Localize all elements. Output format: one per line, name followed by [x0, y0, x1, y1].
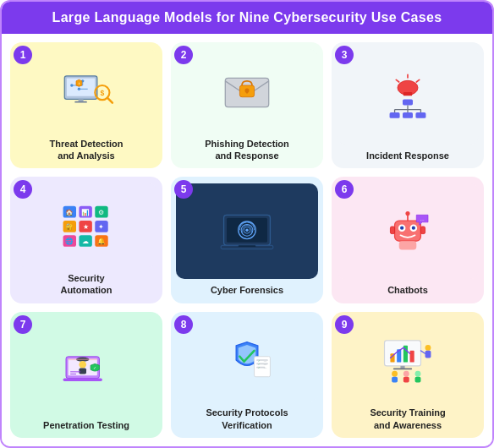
card-4-inner: 🏠 📊 ⚙ 🔐 ★ ✦ 🌐 ☁ 🔔 [15, 183, 157, 267]
card-6: 6 [332, 177, 484, 303]
svg-text:★: ★ [83, 223, 89, 231]
svg-rect-97 [393, 368, 412, 369]
svg-line-106 [420, 351, 425, 353]
svg-point-64 [405, 211, 409, 216]
svg-rect-105 [425, 351, 431, 358]
badge-9: 9 [335, 315, 354, 334]
security-automation-icon: 🏠 📊 ⚙ 🔐 ★ ✦ 🌐 ☁ 🔔 [57, 200, 116, 251]
card-8: 8 ✓ ✓ ✓ — — [171, 312, 323, 438]
card-7: 7 ✓ [10, 312, 162, 438]
svg-text:—: — [264, 366, 267, 369]
svg-text:⚙: ⚙ [99, 209, 105, 216]
svg-point-7 [78, 88, 80, 90]
svg-rect-57 [239, 245, 256, 247]
svg-text:...: ... [420, 216, 425, 221]
security-protocols-icon: ✓ ✓ ✓ — — — [217, 335, 277, 385]
svg-point-62 [412, 226, 415, 229]
svg-text:🔔: 🔔 [97, 237, 106, 245]
svg-text:✦: ✦ [99, 223, 105, 231]
card-3-inner [337, 49, 479, 145]
svg-text:🏠: 🏠 [65, 208, 74, 216]
svg-rect-103 [415, 377, 421, 383]
svg-text:✓: ✓ [258, 359, 261, 363]
svg-text:📊: 📊 [81, 208, 90, 216]
phishing-icon [217, 65, 277, 116]
cyber-forensics-icon [217, 206, 277, 257]
card-5-inner [176, 183, 318, 279]
incident-response-icon [378, 72, 437, 123]
svg-rect-99 [392, 377, 398, 383]
svg-text:✓: ✓ [93, 365, 96, 370]
card-3: 3 [332, 42, 484, 168]
chatbots-icon: ... [378, 206, 437, 257]
svg-rect-66 [420, 227, 425, 234]
svg-point-61 [400, 226, 403, 229]
svg-rect-23 [403, 99, 413, 105]
svg-rect-95 [410, 351, 414, 363]
card-7-label: Penetration Testing [43, 418, 129, 433]
svg-point-104 [425, 345, 431, 351]
svg-text:—: — [264, 359, 267, 363]
svg-rect-10 [74, 101, 87, 103]
card-1-label: Threat Detectionand Analysis [50, 136, 124, 164]
svg-text:🔐: 🔐 [65, 222, 74, 231]
svg-point-102 [415, 371, 421, 377]
svg-point-55 [245, 228, 248, 231]
card-5: 5 Cyber [171, 177, 323, 303]
badge-7: 7 [14, 315, 32, 334]
svg-rect-30 [403, 112, 413, 118]
svg-text:$: $ [100, 89, 104, 97]
svg-text:✓: ✓ [258, 363, 261, 366]
card-7-inner: ✓ [15, 319, 157, 414]
security-training-icon [378, 335, 437, 385]
page-title: Large Language Models for Nine Cybersecu… [2, 2, 492, 34]
svg-rect-75 [79, 369, 86, 374]
svg-line-12 [107, 98, 113, 103]
svg-rect-31 [415, 112, 425, 118]
card-9: 9 [332, 312, 484, 438]
badge-2: 2 [174, 46, 193, 64]
svg-point-100 [403, 371, 409, 377]
card-5-label: Cyber Forensics [211, 282, 283, 298]
card-3-label: Incident Response [366, 148, 449, 163]
svg-point-98 [392, 371, 398, 377]
badge-1: 1 [14, 46, 32, 64]
card-8-label: Security ProtocolsVerification [206, 405, 288, 433]
threat-detection-icon: i $ [57, 65, 116, 116]
card-1: 1 i [10, 42, 162, 168]
card-grid: 1 i [2, 34, 492, 446]
badge-8: 8 [174, 315, 193, 334]
svg-rect-17 [246, 90, 249, 93]
card-2: 2 Phishing Detectionand Response [171, 42, 323, 168]
svg-text:🌐: 🌐 [65, 237, 74, 245]
svg-rect-77 [69, 359, 97, 361]
svg-rect-19 [403, 92, 412, 96]
card-6-inner: ... [337, 183, 479, 279]
card-2-inner [176, 49, 318, 133]
svg-text:i: i [79, 82, 80, 86]
badge-3: 3 [335, 46, 354, 64]
svg-text:✓: ✓ [258, 366, 261, 369]
svg-rect-68 [399, 241, 417, 249]
svg-rect-29 [390, 112, 400, 118]
svg-text:—: — [264, 363, 267, 366]
penetration-testing-icon: ✓ [57, 341, 116, 391]
svg-line-21 [416, 79, 419, 82]
card-1-inner: i $ [15, 49, 157, 133]
svg-rect-71 [63, 379, 102, 381]
card-6-label: Chatbots [387, 282, 428, 298]
svg-point-5 [70, 85, 73, 87]
card-4: 4 🏠 📊 [10, 177, 162, 303]
card-9-inner [337, 319, 479, 402]
card-4-label: SecurityAutomation [60, 270, 112, 298]
svg-text:☁: ☁ [82, 238, 89, 245]
svg-line-22 [396, 79, 398, 82]
svg-rect-65 [390, 227, 394, 234]
svg-rect-101 [403, 377, 409, 383]
card-8-inner: ✓ ✓ ✓ — — — [176, 319, 318, 402]
card-2-label: Phishing Detectionand Response [205, 136, 289, 164]
card-9-label: Security Trainingand Awareness [370, 405, 445, 433]
svg-point-74 [79, 361, 86, 369]
page-wrapper: Large Language Models for Nine Cybersecu… [0, 0, 494, 448]
